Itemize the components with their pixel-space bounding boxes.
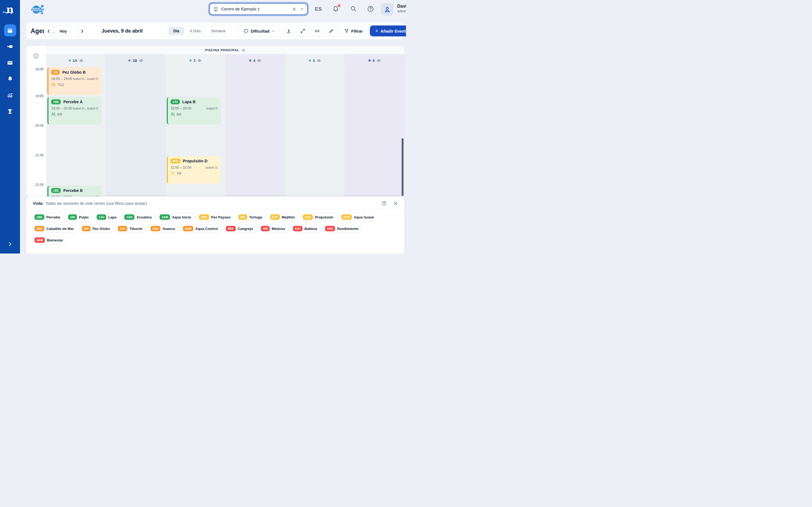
chevron-right-icon	[80, 29, 84, 33]
sidebar-item-agenda[interactable]	[4, 24, 16, 37]
sidebar-item-activities[interactable]	[4, 41, 16, 53]
chevron-down-icon[interactable]	[300, 7, 304, 11]
legend-help-icon[interactable]	[382, 201, 387, 206]
legend-chip-aqua-inicio[interactable]: 1AMAqua Inicio	[158, 213, 194, 221]
legend-chip-pez-globo[interactable]: 3INPez Globo	[80, 224, 113, 233]
sidebar-item-students[interactable]	[4, 105, 16, 117]
event-card-propulsión-d[interactable]: 2ADPropulsión D21:00 – 22:00Isabel D.7/9	[167, 156, 221, 184]
avatar[interactable]	[381, 3, 393, 16]
view-tab-semana[interactable]: Semana	[206, 27, 230, 35]
legend-chip-avance[interactable]: 3ADAvance	[149, 224, 178, 233]
legend-chip-aqua-suave[interactable]: 2AMAqua Suave	[340, 213, 377, 221]
level-badge: 1BE	[51, 99, 61, 104]
logo-wave	[3, 11, 12, 14]
legend-chip-pulpo[interactable]: 1INPulpo	[66, 213, 92, 221]
legend-chips: 1BEPercebe1INPulpo1JULapa1ADAcuatera1AMA…	[26, 209, 404, 244]
legend-chip-cangrejo[interactable]: 4BECangrejo	[224, 224, 256, 233]
level-badge: 1JU	[171, 99, 180, 104]
search-button[interactable]	[350, 5, 358, 13]
legend-chip-aqua-control[interactable]: 3AMAqua Control	[181, 224, 221, 233]
filter-button[interactable]: Filtrar	[340, 25, 367, 37]
innplay-logo[interactable]: INNPLAY	[31, 4, 47, 16]
column-header-4: 4	[226, 54, 285, 67]
eye-icon[interactable]	[377, 59, 381, 63]
next-day-button[interactable]	[77, 26, 87, 37]
event-time: 21:00 – 22:00	[171, 166, 191, 169]
sidebar-expand-button[interactable]	[4, 239, 16, 249]
eye-icon[interactable]	[241, 48, 245, 52]
difficulty-dropdown[interactable]: Dificultad	[239, 25, 280, 37]
difficulty-label: Dificultad	[251, 29, 270, 34]
eye-icon[interactable]	[197, 59, 201, 63]
event-title: Lapa B	[182, 100, 195, 104]
clear-icon[interactable]	[292, 7, 296, 11]
sidebar-item-messages[interactable]	[4, 57, 16, 69]
eye-icon[interactable]	[317, 59, 321, 63]
app-logo[interactable]: n	[0, 0, 20, 19]
language-switch[interactable]: ES	[315, 6, 322, 12]
calendar-column-5[interactable]	[285, 67, 345, 196]
legend-chip-medusa[interactable]: 4INMedusa	[259, 224, 288, 233]
sidebar-item-notifications[interactable]	[4, 73, 16, 85]
legend-chip-tiburón[interactable]: 3JUTiburón	[116, 224, 146, 233]
add-event-label: Añadir Evento	[381, 29, 406, 34]
prev-day-button[interactable]	[44, 26, 53, 37]
legend-chip-percebe[interactable]: 1BEPercebe	[33, 213, 63, 221]
legend-chip-mejillón[interactable]: 2JUMejillón	[269, 213, 298, 221]
legend-chip-pez-payaso[interactable]: 2BEPez Payaso	[197, 213, 234, 221]
event-title: Percebe A	[63, 100, 82, 104]
attendees-icon	[171, 112, 175, 116]
fullscreen-button[interactable]	[297, 25, 308, 37]
notifications-button[interactable]	[332, 5, 340, 13]
event-card-lapa-b[interactable]: 1JULapa B19:00 – 20:00Isabel P.8/8	[167, 97, 221, 124]
view-tab-día[interactable]: Día	[168, 27, 184, 35]
chip-label: Medusa	[272, 227, 285, 231]
eye-icon[interactable]	[257, 59, 261, 63]
chip-level-badge: 4BE	[226, 226, 236, 231]
vertical-scrollbar[interactable]	[402, 138, 404, 196]
calendar-column-1A[interactable]: 3INPez Globo B18:00 – 19:00Isabel D., Is…	[47, 67, 106, 196]
calendar-column-4[interactable]	[225, 67, 285, 196]
event-time: 19:00 – 20:00	[51, 107, 72, 110]
chip-label: Bienestar	[47, 238, 63, 242]
today-button[interactable]: Hoy	[55, 26, 71, 37]
eye-icon[interactable]	[139, 59, 143, 63]
legend-chip-propulsión[interactable]: 2ADPropulsión	[301, 213, 337, 221]
legend-chip-lapa[interactable]: 1JULapa	[95, 213, 119, 221]
calendar-column-3[interactable]: 1JULapa B19:00 – 20:00Isabel P.8/82ADPro…	[166, 67, 226, 196]
legend-chip-tortuga[interactable]: 2INTortuga	[237, 213, 265, 221]
legend-chip-acuatera[interactable]: 1ADAcuatera	[123, 213, 155, 221]
calendar-column-1B[interactable]	[106, 67, 166, 196]
add-event-button[interactable]: + Añadir Evento	[370, 25, 406, 37]
event-card-pez-globo-b[interactable]: 3INPez Globo B18:00 – 19:00Isabel D., Is…	[47, 67, 102, 95]
column-label: 3	[193, 59, 195, 63]
help-button[interactable]	[367, 5, 375, 13]
info-icon[interactable]	[34, 53, 39, 60]
user-info[interactable]: David administrador	[397, 4, 406, 13]
eye-icon[interactable]	[79, 59, 83, 63]
mail-icon	[7, 60, 13, 66]
center-selector[interactable]: Centro de Ejemplo 1	[209, 3, 308, 15]
vista-text: Todas las sesiones de este centro (usa f…	[45, 201, 148, 206]
calendar-column-6[interactable]	[345, 67, 404, 196]
view-tab-3-días[interactable]: 3 Días	[185, 27, 206, 35]
vista-row: Vista: Todas las sesiones de este centro…	[26, 196, 404, 209]
chip-level-badge: 2JU	[270, 214, 280, 220]
event-card-percebe-b[interactable]: 1BEPercebe B22:00 – 23:00Isabel P.	[47, 186, 102, 196]
chip-label: Cangrejo	[238, 227, 253, 231]
edit-button[interactable]	[326, 25, 337, 37]
legend-chip-bienestar[interactable]: 4AMBienestar	[33, 236, 66, 244]
copy-link-button[interactable]	[311, 25, 323, 37]
event-card-percebe-a[interactable]: 1BEPercebe A19:00 – 20:00Isabel D., Isab…	[47, 97, 102, 124]
palette-icon	[243, 29, 248, 34]
legend-chip-rendimiento[interactable]: 4ADRendimiento	[323, 224, 362, 233]
chip-level-badge: 1AM	[160, 214, 170, 220]
download-button[interactable]	[283, 25, 294, 37]
legend-chip-ballena[interactable]: 4JUBallena	[291, 224, 320, 233]
event-capacity: 7/12	[57, 83, 64, 87]
chip-label: Lapa	[108, 215, 116, 219]
sidebar-item-stats[interactable]	[4, 89, 16, 101]
legend-chip-caballito-de-mar[interactable]: 3BECaballito de Mar	[33, 224, 77, 233]
column-dot	[189, 59, 192, 62]
close-icon[interactable]	[393, 201, 398, 206]
